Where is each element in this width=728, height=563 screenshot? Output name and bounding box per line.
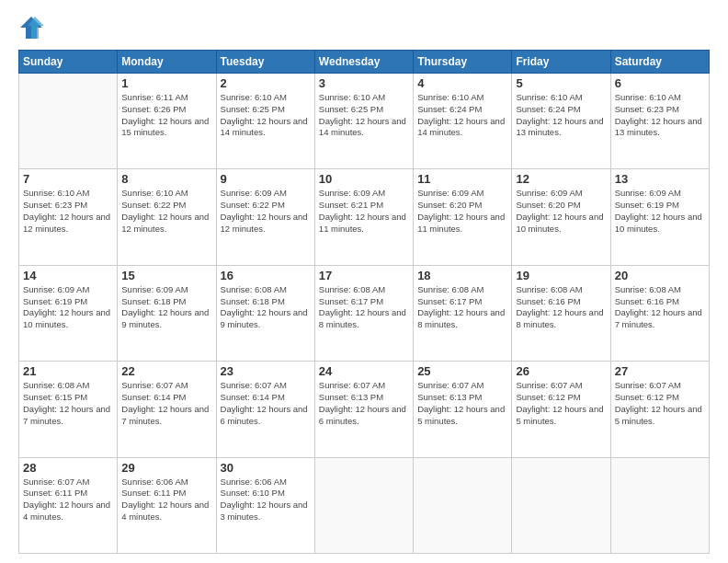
sunset-label: Sunset: 6:17 PM — [417, 296, 482, 306]
calendar-table: SundayMondayTuesdayWednesdayThursdayFrid… — [18, 50, 710, 554]
sunset-label: Sunset: 6:16 PM — [615, 296, 679, 306]
sunrise-label: Sunrise: 6:09 AM — [121, 284, 188, 294]
sunset-label: Sunset: 6:25 PM — [319, 104, 383, 114]
sunrise-label: Sunrise: 6:10 AM — [221, 92, 287, 102]
sunrise-label: Sunrise: 6:07 AM — [319, 380, 385, 390]
sunset-label: Sunset: 6:15 PM — [23, 392, 87, 402]
calendar-cell: 8 Sunrise: 6:10 AM Sunset: 6:22 PM Dayli… — [118, 169, 216, 265]
daylight-label: Daylight: 12 hours and 12 minutes. — [121, 212, 209, 234]
day-number: 4 — [417, 76, 507, 90]
calendar-cell: 5 Sunrise: 6:10 AM Sunset: 6:24 PM Dayli… — [512, 74, 610, 169]
day-number: 2 — [221, 76, 311, 90]
calendar-cell: 18 Sunrise: 6:08 AM Sunset: 6:17 PM Dayl… — [414, 265, 512, 361]
daylight-label: Daylight: 12 hours and 10 minutes. — [516, 212, 603, 234]
daylight-label: Daylight: 12 hours and 4 minutes. — [23, 500, 110, 522]
daylight-label: Daylight: 12 hours and 8 minutes. — [319, 307, 406, 329]
sunset-label: Sunset: 6:22 PM — [121, 200, 186, 210]
calendar-cell — [610, 457, 709, 553]
calendar-cell: 28 Sunrise: 6:07 AM Sunset: 6:11 PM Dayl… — [19, 457, 118, 553]
calendar-cell: 25 Sunrise: 6:07 AM Sunset: 6:13 PM Dayl… — [414, 362, 512, 457]
calendar-cell: 26 Sunrise: 6:07 AM Sunset: 6:12 PM Dayl… — [512, 362, 610, 457]
calendar-cell: 13 Sunrise: 6:09 AM Sunset: 6:19 PM Dayl… — [610, 169, 709, 265]
day-info: Sunrise: 6:06 AM Sunset: 6:10 PM Dayligh… — [221, 477, 311, 523]
day-number: 17 — [319, 269, 409, 282]
sunrise-label: Sunrise: 6:09 AM — [221, 188, 287, 198]
day-number: 7 — [23, 172, 113, 186]
calendar-cell: 3 Sunrise: 6:10 AM Sunset: 6:25 PM Dayli… — [314, 74, 413, 169]
calendar-cell: 21 Sunrise: 6:08 AM Sunset: 6:15 PM Dayl… — [19, 362, 118, 457]
calendar-cell: 30 Sunrise: 6:06 AM Sunset: 6:10 PM Dayl… — [216, 457, 314, 553]
sunrise-label: Sunrise: 6:09 AM — [516, 188, 582, 198]
daylight-label: Daylight: 12 hours and 8 minutes. — [417, 307, 505, 329]
calendar-cell: 6 Sunrise: 6:10 AM Sunset: 6:23 PM Dayli… — [610, 74, 709, 169]
sunset-label: Sunset: 6:22 PM — [221, 200, 285, 210]
logo — [18, 15, 48, 40]
sunrise-label: Sunrise: 6:07 AM — [121, 380, 188, 390]
day-number: 10 — [319, 172, 409, 186]
calendar-cell: 22 Sunrise: 6:07 AM Sunset: 6:14 PM Dayl… — [118, 362, 216, 457]
day-number: 25 — [417, 364, 507, 378]
sunset-label: Sunset: 6:20 PM — [516, 200, 580, 210]
daylight-label: Daylight: 12 hours and 11 minutes. — [417, 212, 505, 234]
calendar-header-sunday: Sunday — [19, 51, 118, 74]
calendar-cell — [414, 457, 512, 553]
calendar-cell: 12 Sunrise: 6:09 AM Sunset: 6:20 PM Dayl… — [512, 169, 610, 265]
day-info: Sunrise: 6:10 AM Sunset: 6:25 PM Dayligh… — [221, 92, 311, 139]
day-number: 6 — [615, 76, 705, 90]
sunrise-label: Sunrise: 6:09 AM — [319, 188, 385, 198]
calendar-cell — [19, 74, 118, 169]
day-info: Sunrise: 6:08 AM Sunset: 6:18 PM Dayligh… — [221, 284, 311, 331]
calendar-cell: 7 Sunrise: 6:10 AM Sunset: 6:23 PM Dayli… — [19, 169, 118, 265]
day-number: 16 — [221, 269, 311, 282]
sunset-label: Sunset: 6:20 PM — [417, 200, 482, 210]
day-info: Sunrise: 6:09 AM Sunset: 6:20 PM Dayligh… — [516, 188, 606, 235]
day-info: Sunrise: 6:08 AM Sunset: 6:16 PM Dayligh… — [516, 284, 606, 331]
day-number: 13 — [615, 172, 705, 186]
day-number: 28 — [23, 461, 113, 475]
sunrise-label: Sunrise: 6:09 AM — [23, 284, 89, 294]
day-info: Sunrise: 6:09 AM Sunset: 6:20 PM Dayligh… — [417, 188, 507, 235]
calendar-cell: 17 Sunrise: 6:08 AM Sunset: 6:17 PM Dayl… — [314, 265, 413, 361]
day-number: 23 — [221, 364, 311, 378]
daylight-label: Daylight: 12 hours and 9 minutes. — [121, 307, 209, 329]
daylight-label: Daylight: 12 hours and 5 minutes. — [516, 404, 603, 426]
day-number: 21 — [23, 364, 113, 378]
sunrise-label: Sunrise: 6:06 AM — [221, 477, 287, 487]
daylight-label: Daylight: 12 hours and 7 minutes. — [121, 404, 209, 426]
calendar-cell: 20 Sunrise: 6:08 AM Sunset: 6:16 PM Dayl… — [610, 265, 709, 361]
sunrise-label: Sunrise: 6:07 AM — [221, 380, 287, 390]
day-info: Sunrise: 6:08 AM Sunset: 6:16 PM Dayligh… — [615, 284, 705, 331]
day-info: Sunrise: 6:11 AM Sunset: 6:26 PM Dayligh… — [121, 92, 211, 139]
day-number: 29 — [121, 461, 211, 475]
sunrise-label: Sunrise: 6:08 AM — [615, 284, 681, 294]
day-info: Sunrise: 6:10 AM Sunset: 6:22 PM Dayligh… — [121, 188, 211, 235]
day-info: Sunrise: 6:08 AM Sunset: 6:17 PM Dayligh… — [319, 284, 409, 331]
day-info: Sunrise: 6:09 AM Sunset: 6:21 PM Dayligh… — [319, 188, 409, 235]
daylight-label: Daylight: 12 hours and 13 minutes. — [615, 116, 702, 138]
day-info: Sunrise: 6:06 AM Sunset: 6:11 PM Dayligh… — [121, 477, 211, 523]
day-number: 30 — [221, 461, 311, 475]
day-info: Sunrise: 6:10 AM Sunset: 6:24 PM Dayligh… — [417, 92, 507, 139]
sunset-label: Sunset: 6:12 PM — [516, 392, 580, 402]
calendar-cell — [512, 457, 610, 553]
sunrise-label: Sunrise: 6:08 AM — [319, 284, 385, 294]
day-info: Sunrise: 6:08 AM Sunset: 6:17 PM Dayligh… — [417, 284, 507, 331]
daylight-label: Daylight: 12 hours and 6 minutes. — [221, 404, 308, 426]
daylight-label: Daylight: 12 hours and 15 minutes. — [121, 116, 209, 138]
day-number: 12 — [516, 172, 606, 186]
sunset-label: Sunset: 6:11 PM — [23, 488, 87, 498]
sunset-label: Sunset: 6:11 PM — [121, 488, 186, 498]
day-number: 11 — [417, 172, 507, 186]
sunrise-label: Sunrise: 6:07 AM — [516, 380, 582, 390]
day-info: Sunrise: 6:10 AM Sunset: 6:24 PM Dayligh… — [516, 92, 606, 139]
sunset-label: Sunset: 6:25 PM — [221, 104, 285, 114]
sunset-label: Sunset: 6:26 PM — [121, 104, 186, 114]
sunrise-label: Sunrise: 6:08 AM — [417, 284, 483, 294]
day-number: 1 — [121, 76, 211, 90]
day-number: 14 — [23, 269, 113, 282]
sunrise-label: Sunrise: 6:09 AM — [615, 188, 681, 198]
day-info: Sunrise: 6:07 AM Sunset: 6:12 PM Dayligh… — [615, 380, 705, 427]
day-info: Sunrise: 6:09 AM Sunset: 6:19 PM Dayligh… — [615, 188, 705, 235]
day-info: Sunrise: 6:07 AM Sunset: 6:14 PM Dayligh… — [121, 380, 211, 427]
sunrise-label: Sunrise: 6:10 AM — [417, 92, 483, 102]
